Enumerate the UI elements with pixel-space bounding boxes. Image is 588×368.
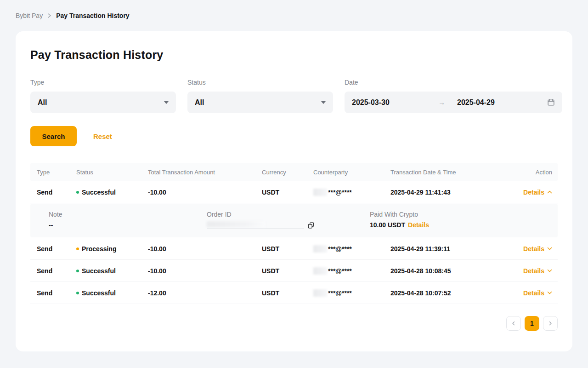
cell-action: Details <box>519 189 552 196</box>
cell-type: Send <box>37 289 76 297</box>
cell-type: Send <box>37 267 76 275</box>
cell-status: Successful <box>76 189 148 196</box>
details-link[interactable]: Details <box>523 245 552 253</box>
type-select-value: All <box>38 98 47 107</box>
cell-datetime: 2025-04-29 11:39:11 <box>390 245 519 253</box>
date-range-picker[interactable]: 2025-03-30 → 2025-04-29 <box>345 92 562 113</box>
note-label: Note <box>49 211 207 218</box>
date-filter: Date 2025-03-30 → 2025-04-29 <box>345 79 562 113</box>
redacted-order-id <box>207 221 266 227</box>
status-text: Successful <box>82 289 116 297</box>
copy-icon[interactable] <box>308 222 314 229</box>
status-filter: Status All <box>187 79 333 113</box>
header-amount: Total Transaction Amount <box>148 169 262 176</box>
caret-down-icon <box>164 101 169 104</box>
cell-currency: USDT <box>262 189 313 196</box>
cell-action: Details <box>519 245 552 253</box>
header-status: Status <box>76 169 148 176</box>
cell-status: Successful <box>76 289 148 297</box>
table-row: Send Successful -10.00 USDT ***@**** 202… <box>30 260 558 282</box>
breadcrumb-current: Pay Transaction History <box>56 12 130 19</box>
cell-status: Successful <box>76 267 148 275</box>
detail-note: Note -- <box>49 211 207 229</box>
chevron-down-icon <box>547 269 552 272</box>
status-dot <box>76 247 79 250</box>
pay-transaction-history-card: Pay Transaction History Type All Status … <box>16 31 572 351</box>
chevron-up-icon <box>547 190 552 194</box>
status-dot <box>76 270 79 272</box>
details-label: Details <box>523 189 544 196</box>
actions-row: Search Reset <box>30 126 558 146</box>
redacted-counterparty <box>313 289 327 297</box>
status-select[interactable]: All <box>187 92 333 113</box>
details-link[interactable]: Details <box>523 189 552 196</box>
date-range-arrow-icon: → <box>438 98 445 106</box>
status-text: Successful <box>82 189 116 196</box>
status-select-value: All <box>195 98 204 107</box>
cell-type: Send <box>37 245 76 253</box>
cell-counterparty: ***@**** <box>313 189 390 196</box>
cell-datetime: 2025-04-29 11:41:43 <box>390 189 519 196</box>
table-row: Send Successful -10.00 USDT ***@**** 202… <box>30 181 558 203</box>
pagination: 1 <box>30 316 558 331</box>
cell-amount: -10.00 <box>148 267 262 275</box>
details-label: Details <box>523 289 544 297</box>
cell-currency: USDT <box>262 267 313 275</box>
cell-status: Processing <box>76 245 148 253</box>
pagination-page-1-button[interactable]: 1 <box>525 316 539 331</box>
cell-type: Send <box>37 189 76 196</box>
date-start-value[interactable]: 2025-03-30 <box>352 98 438 107</box>
cell-currency: USDT <box>262 245 313 253</box>
details-label: Details <box>523 245 544 253</box>
status-text: Processing <box>82 245 116 253</box>
transactions-table: Type Status Total Transaction Amount Cur… <box>30 163 558 304</box>
page-title: Pay Transaction History <box>30 48 558 62</box>
cell-currency: USDT <box>262 289 313 297</box>
chevron-down-icon <box>547 247 552 250</box>
search-button[interactable]: Search <box>30 126 77 146</box>
status-text: Successful <box>82 267 116 275</box>
table-row: Send Successful -12.00 USDT ***@**** 202… <box>30 282 558 304</box>
cell-amount: -10.00 <box>148 245 262 253</box>
paid-with-crypto-value: 10.00 USDT <box>370 221 405 229</box>
paid-with-crypto-label: Paid With Crypto <box>370 211 558 218</box>
paid-details-link[interactable]: Details <box>408 221 429 229</box>
details-link[interactable]: Details <box>523 289 552 297</box>
order-id-label: Order ID <box>207 211 370 218</box>
date-end-value[interactable]: 2025-04-29 <box>457 98 495 107</box>
breadcrumb-parent[interactable]: Bybit Pay <box>16 12 43 19</box>
details-link[interactable]: Details <box>523 267 552 275</box>
status-dot <box>76 292 79 294</box>
counterparty-text: ***@**** <box>328 189 352 196</box>
filters-row: Type All Status All Date 2025-03-30 → 20… <box>30 79 558 113</box>
pagination-prev-button[interactable] <box>506 316 521 331</box>
header-currency: Currency <box>262 169 313 176</box>
caret-down-icon <box>321 101 326 104</box>
cell-counterparty: ***@**** <box>313 267 390 275</box>
pagination-next-button[interactable] <box>543 316 558 331</box>
order-id-value <box>207 221 304 229</box>
header-datetime: Transaction Date & Time <box>390 169 519 176</box>
table-header-row: Type Status Total Transaction Amount Cur… <box>30 163 558 181</box>
redacted-counterparty <box>313 189 327 196</box>
cell-amount: -10.00 <box>148 189 262 196</box>
reset-button[interactable]: Reset <box>93 132 112 140</box>
redacted-counterparty <box>313 245 327 253</box>
detail-order-id: Order ID <box>207 211 370 229</box>
counterparty-text: ***@**** <box>328 289 352 297</box>
header-action: Action <box>519 169 552 176</box>
cell-counterparty: ***@**** <box>313 245 390 253</box>
calendar-icon[interactable] <box>547 98 555 106</box>
detail-paid-with-crypto: Paid With Crypto 10.00 USDTDetails <box>370 211 558 229</box>
counterparty-text: ***@**** <box>328 245 352 253</box>
cell-datetime: 2025-04-28 10:08:45 <box>390 267 519 275</box>
cell-action: Details <box>519 267 552 275</box>
redacted-counterparty <box>313 267 327 275</box>
counterparty-text: ***@**** <box>328 267 352 275</box>
type-filter: Type All <box>30 79 176 113</box>
cell-amount: -12.00 <box>148 289 262 297</box>
type-filter-label: Type <box>30 79 176 86</box>
transaction-detail-panel: Note -- Order ID Paid With Crypto 10.0 <box>30 204 558 237</box>
header-type: Type <box>37 169 76 176</box>
type-select[interactable]: All <box>30 92 176 113</box>
